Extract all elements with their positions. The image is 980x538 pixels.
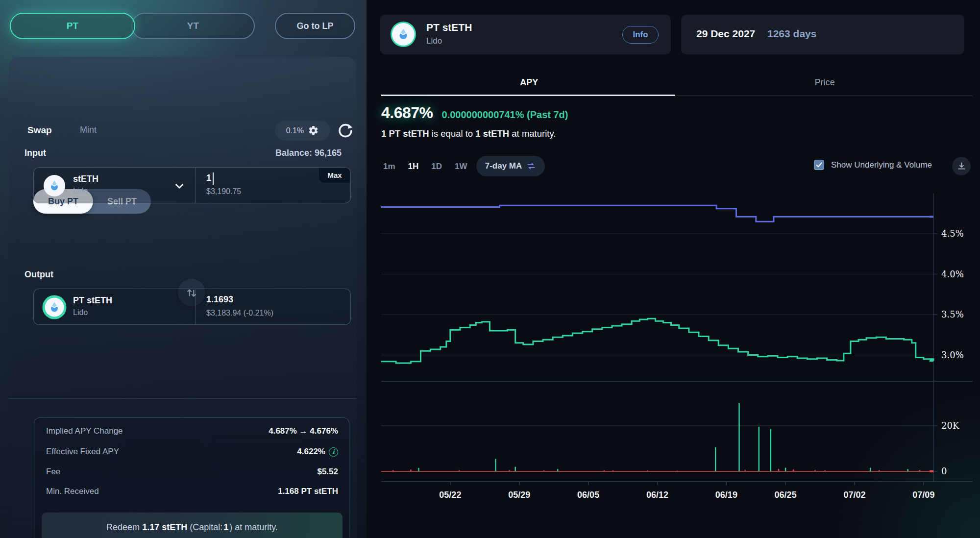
svg-text:4.0%: 4.0% bbox=[941, 269, 964, 279]
apy-headline: 4.687% 0.000000000741% (Past 7d) bbox=[381, 104, 568, 123]
time-range-buttons: 1m 1H 1D 1W bbox=[383, 157, 467, 176]
svg-text:06/12: 06/12 bbox=[646, 490, 668, 500]
swap-card: Swap Mint 0.1% Buy PT Sell PT Input Bala… bbox=[9, 57, 356, 538]
output-amount: 1.1693 bbox=[206, 294, 233, 305]
svg-text:05/22: 05/22 bbox=[439, 490, 461, 500]
tab-pt[interactable]: PT bbox=[10, 13, 135, 39]
download-icon bbox=[957, 162, 966, 171]
market-name: PT stETH bbox=[426, 22, 472, 33]
go-to-lp-button[interactable]: Go to LP bbox=[275, 13, 355, 39]
input-label: Input bbox=[24, 148, 46, 158]
output-divider bbox=[196, 289, 196, 324]
range-1m[interactable]: 1m bbox=[383, 162, 395, 171]
refresh-icon bbox=[337, 122, 354, 140]
input-token-box: stETH Lido 1 $3,190.75 Max bbox=[33, 167, 351, 203]
svg-text:06/19: 06/19 bbox=[715, 490, 737, 500]
inactive-tab-underline bbox=[675, 96, 973, 96]
swap-header-row: Swap Mint 0.1% bbox=[24, 121, 341, 142]
download-chart-button[interactable] bbox=[952, 157, 971, 175]
output-label: Output bbox=[24, 269, 53, 280]
detail-row-min-received: Min. Received 1.168 PT stETH bbox=[46, 487, 338, 499]
slippage-settings-button[interactable]: 0.1% bbox=[275, 121, 330, 141]
swap-arrows-icon bbox=[526, 161, 536, 171]
trade-details-card: Implied APY Change 4.687% → 4.676% Effec… bbox=[34, 417, 349, 538]
refresh-button[interactable] bbox=[337, 122, 354, 140]
current-apy: 4.687% bbox=[381, 104, 433, 122]
tab-price[interactable]: Price bbox=[677, 77, 973, 88]
detail-row-effective-apy: Effective Fixed APY 4.622% i bbox=[46, 447, 338, 460]
chart-tabs: APY Price bbox=[381, 77, 973, 96]
output-usd-value: $3,183.94 (-0.21%) bbox=[206, 309, 273, 318]
info-button[interactable]: Info bbox=[622, 26, 659, 44]
svg-text:05/29: 05/29 bbox=[508, 490, 530, 500]
output-token-protocol: Lido bbox=[73, 308, 88, 317]
maturity-date: 29 Dec 2027 bbox=[696, 28, 755, 40]
tab-swap[interactable]: Swap bbox=[27, 125, 52, 136]
lido-droplet-icon bbox=[396, 27, 410, 41]
max-button[interactable]: Max bbox=[319, 168, 350, 183]
tab-yt[interactable]: YT bbox=[131, 13, 255, 39]
maturity-days-left: 1263 days bbox=[767, 28, 816, 40]
output-token-box: PT stETH Lido 1.1693 $3,183.94 (-0.21%) bbox=[33, 289, 351, 325]
lido-droplet-icon bbox=[48, 301, 61, 314]
show-underlying-checkbox[interactable] bbox=[814, 160, 824, 170]
pt-yt-segment: YT PT bbox=[10, 13, 255, 39]
input-balance[interactable]: Balance: 96,165 bbox=[275, 148, 342, 158]
slippage-value: 0.1% bbox=[286, 126, 304, 135]
detail-row-fee: Fee $5.52 bbox=[46, 467, 338, 480]
market-token-icon bbox=[392, 23, 415, 46]
ma-toggle-button[interactable]: 7-day MA bbox=[476, 156, 545, 176]
svg-text:4.5%: 4.5% bbox=[941, 228, 964, 239]
checkmark-icon bbox=[815, 161, 823, 169]
range-1h[interactable]: 1H bbox=[408, 162, 419, 171]
tab-apy[interactable]: APY bbox=[381, 77, 677, 88]
input-token-protocol: Lido bbox=[73, 187, 88, 196]
market-header-card: PT stETH Lido Info bbox=[380, 15, 671, 54]
input-divider bbox=[196, 168, 196, 203]
parity-note: 1 PT stETH is equal to 1 stETH at maturi… bbox=[381, 128, 556, 139]
range-1d[interactable]: 1D bbox=[431, 162, 442, 171]
maturity-card: 29 Dec 2027 1263 days bbox=[681, 15, 964, 54]
text-caret bbox=[213, 172, 214, 185]
input-token-name: stETH bbox=[73, 174, 98, 184]
svg-text:06/05: 06/05 bbox=[577, 490, 599, 500]
page: YT PT Go to LP Swap Mint 0.1% Buy PT Se bbox=[0, 0, 980, 538]
section-divider bbox=[9, 398, 356, 399]
lido-droplet-icon bbox=[48, 179, 61, 192]
market-protocol: Lido bbox=[426, 36, 442, 46]
token-select-chevron[interactable] bbox=[173, 180, 186, 195]
show-underlying-label[interactable]: Show Underlying & Volume bbox=[831, 160, 932, 170]
input-usd-value: $3,190.75 bbox=[206, 187, 241, 196]
redeem-banner: Redeem1.17 stETH(Capital:1) at maturity. bbox=[42, 513, 343, 538]
gear-icon bbox=[308, 125, 319, 136]
pt-steth-token-icon bbox=[44, 296, 65, 318]
range-1w[interactable]: 1W bbox=[455, 162, 467, 171]
info-circle-icon[interactable]: i bbox=[329, 447, 338, 457]
steth-token-icon bbox=[44, 175, 65, 196]
apy-change-7d: 0.000000000741% (Past 7d) bbox=[442, 109, 568, 121]
tab-mint[interactable]: Mint bbox=[80, 125, 97, 135]
active-tab-underline bbox=[381, 95, 675, 96]
detail-row-implied-apy: Implied APY Change 4.687% → 4.676% bbox=[46, 426, 338, 439]
input-amount-field[interactable]: 1 bbox=[206, 173, 211, 183]
output-token-name: PT stETH bbox=[73, 295, 112, 306]
background-glow bbox=[774, 283, 980, 538]
